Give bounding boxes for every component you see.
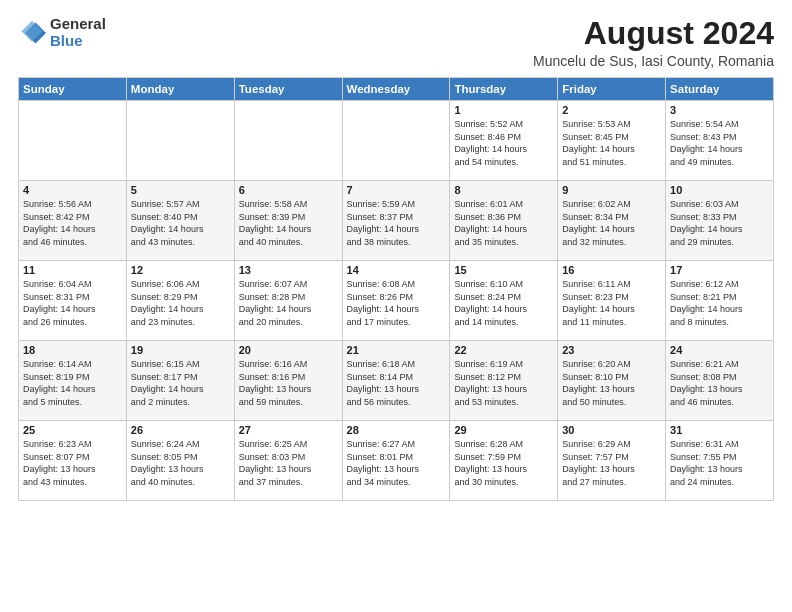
day-info: Sunrise: 5:57 AM Sunset: 8:40 PM Dayligh… bbox=[131, 198, 230, 248]
day-info: Sunrise: 6:21 AM Sunset: 8:08 PM Dayligh… bbox=[670, 358, 769, 408]
page: General Blue August 2024 Muncelu de Sus,… bbox=[0, 0, 792, 612]
day-info: Sunrise: 6:18 AM Sunset: 8:14 PM Dayligh… bbox=[347, 358, 446, 408]
day-number: 20 bbox=[239, 344, 338, 356]
day-number: 10 bbox=[670, 184, 769, 196]
calendar-cell: 24Sunrise: 6:21 AM Sunset: 8:08 PM Dayli… bbox=[666, 341, 774, 421]
day-info: Sunrise: 6:06 AM Sunset: 8:29 PM Dayligh… bbox=[131, 278, 230, 328]
day-number: 8 bbox=[454, 184, 553, 196]
day-number: 21 bbox=[347, 344, 446, 356]
calendar-table: SundayMondayTuesdayWednesdayThursdayFrid… bbox=[18, 77, 774, 501]
day-number: 5 bbox=[131, 184, 230, 196]
calendar-cell: 2Sunrise: 5:53 AM Sunset: 8:45 PM Daylig… bbox=[558, 101, 666, 181]
logo-icon bbox=[18, 19, 46, 47]
calendar-week-row: 18Sunrise: 6:14 AM Sunset: 8:19 PM Dayli… bbox=[19, 341, 774, 421]
calendar-week-row: 25Sunrise: 6:23 AM Sunset: 8:07 PM Dayli… bbox=[19, 421, 774, 501]
day-number: 25 bbox=[23, 424, 122, 436]
calendar-cell: 20Sunrise: 6:16 AM Sunset: 8:16 PM Dayli… bbox=[234, 341, 342, 421]
day-info: Sunrise: 5:54 AM Sunset: 8:43 PM Dayligh… bbox=[670, 118, 769, 168]
day-number: 23 bbox=[562, 344, 661, 356]
day-number: 19 bbox=[131, 344, 230, 356]
calendar-cell: 21Sunrise: 6:18 AM Sunset: 8:14 PM Dayli… bbox=[342, 341, 450, 421]
day-info: Sunrise: 6:23 AM Sunset: 8:07 PM Dayligh… bbox=[23, 438, 122, 488]
calendar-cell: 27Sunrise: 6:25 AM Sunset: 8:03 PM Dayli… bbox=[234, 421, 342, 501]
day-info: Sunrise: 6:15 AM Sunset: 8:17 PM Dayligh… bbox=[131, 358, 230, 408]
day-number: 11 bbox=[23, 264, 122, 276]
day-info: Sunrise: 6:14 AM Sunset: 8:19 PM Dayligh… bbox=[23, 358, 122, 408]
day-number: 15 bbox=[454, 264, 553, 276]
day-info: Sunrise: 6:10 AM Sunset: 8:24 PM Dayligh… bbox=[454, 278, 553, 328]
weekday-header-saturday: Saturday bbox=[666, 78, 774, 101]
calendar-cell: 15Sunrise: 6:10 AM Sunset: 8:24 PM Dayli… bbox=[450, 261, 558, 341]
calendar-cell: 31Sunrise: 6:31 AM Sunset: 7:55 PM Dayli… bbox=[666, 421, 774, 501]
day-info: Sunrise: 6:02 AM Sunset: 8:34 PM Dayligh… bbox=[562, 198, 661, 248]
subtitle: Muncelu de Sus, Iasi County, Romania bbox=[533, 53, 774, 69]
day-number: 7 bbox=[347, 184, 446, 196]
day-number: 18 bbox=[23, 344, 122, 356]
day-info: Sunrise: 6:11 AM Sunset: 8:23 PM Dayligh… bbox=[562, 278, 661, 328]
calendar-cell: 14Sunrise: 6:08 AM Sunset: 8:26 PM Dayli… bbox=[342, 261, 450, 341]
day-info: Sunrise: 6:20 AM Sunset: 8:10 PM Dayligh… bbox=[562, 358, 661, 408]
day-number: 27 bbox=[239, 424, 338, 436]
calendar-cell: 8Sunrise: 6:01 AM Sunset: 8:36 PM Daylig… bbox=[450, 181, 558, 261]
day-info: Sunrise: 6:08 AM Sunset: 8:26 PM Dayligh… bbox=[347, 278, 446, 328]
day-info: Sunrise: 6:27 AM Sunset: 8:01 PM Dayligh… bbox=[347, 438, 446, 488]
day-info: Sunrise: 6:16 AM Sunset: 8:16 PM Dayligh… bbox=[239, 358, 338, 408]
calendar-cell: 18Sunrise: 6:14 AM Sunset: 8:19 PM Dayli… bbox=[19, 341, 127, 421]
weekday-header-monday: Monday bbox=[126, 78, 234, 101]
calendar-week-row: 11Sunrise: 6:04 AM Sunset: 8:31 PM Dayli… bbox=[19, 261, 774, 341]
day-number: 16 bbox=[562, 264, 661, 276]
day-number: 4 bbox=[23, 184, 122, 196]
weekday-header-thursday: Thursday bbox=[450, 78, 558, 101]
weekday-header-tuesday: Tuesday bbox=[234, 78, 342, 101]
weekday-header-sunday: Sunday bbox=[19, 78, 127, 101]
day-info: Sunrise: 6:24 AM Sunset: 8:05 PM Dayligh… bbox=[131, 438, 230, 488]
day-info: Sunrise: 6:01 AM Sunset: 8:36 PM Dayligh… bbox=[454, 198, 553, 248]
day-info: Sunrise: 6:07 AM Sunset: 8:28 PM Dayligh… bbox=[239, 278, 338, 328]
calendar-cell: 29Sunrise: 6:28 AM Sunset: 7:59 PM Dayli… bbox=[450, 421, 558, 501]
day-number: 17 bbox=[670, 264, 769, 276]
day-number: 22 bbox=[454, 344, 553, 356]
day-info: Sunrise: 6:31 AM Sunset: 7:55 PM Dayligh… bbox=[670, 438, 769, 488]
calendar-cell: 13Sunrise: 6:07 AM Sunset: 8:28 PM Dayli… bbox=[234, 261, 342, 341]
calendar-cell: 6Sunrise: 5:58 AM Sunset: 8:39 PM Daylig… bbox=[234, 181, 342, 261]
calendar-cell: 19Sunrise: 6:15 AM Sunset: 8:17 PM Dayli… bbox=[126, 341, 234, 421]
calendar-cell: 3Sunrise: 5:54 AM Sunset: 8:43 PM Daylig… bbox=[666, 101, 774, 181]
day-number: 1 bbox=[454, 104, 553, 116]
calendar-cell: 26Sunrise: 6:24 AM Sunset: 8:05 PM Dayli… bbox=[126, 421, 234, 501]
weekday-header-wednesday: Wednesday bbox=[342, 78, 450, 101]
day-number: 6 bbox=[239, 184, 338, 196]
day-info: Sunrise: 6:03 AM Sunset: 8:33 PM Dayligh… bbox=[670, 198, 769, 248]
day-info: Sunrise: 5:58 AM Sunset: 8:39 PM Dayligh… bbox=[239, 198, 338, 248]
day-number: 30 bbox=[562, 424, 661, 436]
calendar-cell: 30Sunrise: 6:29 AM Sunset: 7:57 PM Dayli… bbox=[558, 421, 666, 501]
day-info: Sunrise: 5:56 AM Sunset: 8:42 PM Dayligh… bbox=[23, 198, 122, 248]
day-number: 31 bbox=[670, 424, 769, 436]
calendar-cell: 1Sunrise: 5:52 AM Sunset: 8:46 PM Daylig… bbox=[450, 101, 558, 181]
calendar-cell: 28Sunrise: 6:27 AM Sunset: 8:01 PM Dayli… bbox=[342, 421, 450, 501]
title-block: August 2024 Muncelu de Sus, Iasi County,… bbox=[533, 16, 774, 69]
logo-blue-text: Blue bbox=[50, 33, 106, 50]
calendar-cell: 25Sunrise: 6:23 AM Sunset: 8:07 PM Dayli… bbox=[19, 421, 127, 501]
day-info: Sunrise: 5:52 AM Sunset: 8:46 PM Dayligh… bbox=[454, 118, 553, 168]
calendar-cell: 10Sunrise: 6:03 AM Sunset: 8:33 PM Dayli… bbox=[666, 181, 774, 261]
calendar-cell: 11Sunrise: 6:04 AM Sunset: 8:31 PM Dayli… bbox=[19, 261, 127, 341]
calendar-cell: 4Sunrise: 5:56 AM Sunset: 8:42 PM Daylig… bbox=[19, 181, 127, 261]
calendar-cell: 22Sunrise: 6:19 AM Sunset: 8:12 PM Dayli… bbox=[450, 341, 558, 421]
calendar-cell: 16Sunrise: 6:11 AM Sunset: 8:23 PM Dayli… bbox=[558, 261, 666, 341]
calendar-week-row: 1Sunrise: 5:52 AM Sunset: 8:46 PM Daylig… bbox=[19, 101, 774, 181]
calendar-cell bbox=[234, 101, 342, 181]
day-number: 14 bbox=[347, 264, 446, 276]
day-number: 3 bbox=[670, 104, 769, 116]
calendar-cell: 23Sunrise: 6:20 AM Sunset: 8:10 PM Dayli… bbox=[558, 341, 666, 421]
calendar-cell bbox=[342, 101, 450, 181]
calendar-cell bbox=[126, 101, 234, 181]
day-number: 13 bbox=[239, 264, 338, 276]
calendar-cell: 17Sunrise: 6:12 AM Sunset: 8:21 PM Dayli… bbox=[666, 261, 774, 341]
calendar-cell bbox=[19, 101, 127, 181]
day-info: Sunrise: 6:04 AM Sunset: 8:31 PM Dayligh… bbox=[23, 278, 122, 328]
day-info: Sunrise: 6:25 AM Sunset: 8:03 PM Dayligh… bbox=[239, 438, 338, 488]
calendar-week-row: 4Sunrise: 5:56 AM Sunset: 8:42 PM Daylig… bbox=[19, 181, 774, 261]
header: General Blue August 2024 Muncelu de Sus,… bbox=[18, 16, 774, 69]
day-info: Sunrise: 6:29 AM Sunset: 7:57 PM Dayligh… bbox=[562, 438, 661, 488]
day-number: 28 bbox=[347, 424, 446, 436]
